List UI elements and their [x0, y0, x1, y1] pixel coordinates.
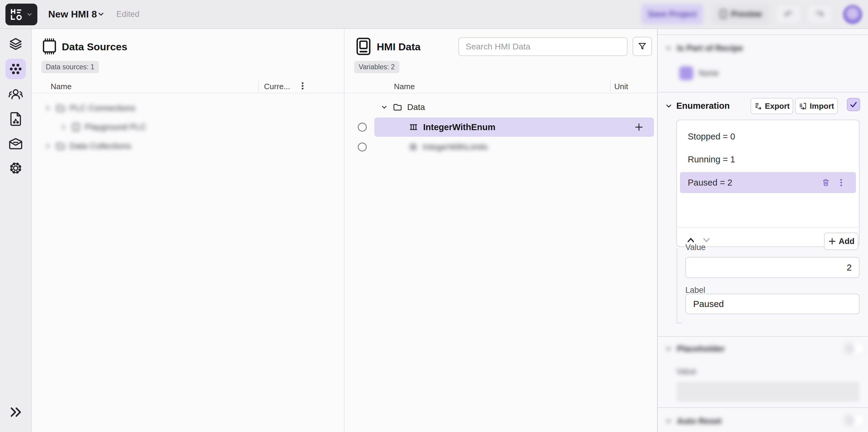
enum-item-label: Paused = 2: [688, 178, 733, 188]
sidebar-item-components[interactable]: [5, 59, 26, 79]
save-project-button[interactable]: Save Project: [641, 4, 703, 24]
sidebar-item-assets[interactable]: [5, 109, 26, 129]
enum-item-menu-icon[interactable]: [837, 178, 845, 187]
enum-item-stopped[interactable]: Stopped = 0: [680, 127, 856, 146]
plc-module-icon: [71, 122, 81, 132]
preview-button[interactable]: Preview: [712, 4, 770, 24]
sidebar-item-users[interactable]: [5, 84, 26, 104]
project-title[interactable]: New HMI 8: [48, 0, 97, 28]
chevron-down-icon: [665, 345, 672, 353]
hmi-row-label: IntegerWithLimits: [423, 142, 488, 152]
ds-row-label: Data Collections: [70, 141, 131, 151]
file-image-icon: [9, 112, 22, 126]
recipe-value: None: [699, 68, 719, 78]
auto-reset-section-header[interactable]: Auto Reset: [665, 416, 721, 426]
filter-funnel-icon: [638, 42, 647, 51]
section-divider: [658, 407, 868, 408]
toggle-knob: [844, 415, 855, 425]
ds-row-playground-plc[interactable]: Playground PLC: [60, 118, 146, 136]
ds-column-divider: [258, 81, 259, 92]
recipe-value-row[interactable]: None: [679, 66, 719, 80]
chevron-down-icon: [665, 44, 672, 52]
plus-icon: [828, 237, 836, 245]
import-button[interactable]: Import: [795, 98, 838, 114]
folder-icon: [393, 102, 402, 112]
export-button-label: Export: [765, 102, 789, 111]
ds-column-name: Name: [51, 82, 71, 91]
check-icon: [849, 100, 858, 109]
placeholder-section-header[interactable]: Placeholder: [665, 344, 725, 354]
undo-button[interactable]: ↶: [775, 4, 801, 24]
redo-icon: ↷: [815, 8, 824, 21]
section-divider: [658, 34, 868, 35]
double-chevron-right-icon: [10, 407, 22, 417]
recipe-badge-icon: [679, 66, 693, 80]
export-icon: [754, 102, 762, 110]
placeholder-value-label: Value: [676, 367, 696, 376]
hmi-row-integerwithlimits[interactable]: IntegerWithLimits: [409, 138, 488, 156]
edited-status: Edited: [116, 0, 140, 28]
preview-button-label: Preview: [731, 10, 762, 19]
hmi-column-divider: [610, 81, 611, 92]
enum-item-label: Stopped = 0: [688, 132, 735, 142]
hmi-row-radio[interactable]: [358, 123, 367, 132]
user-avatar[interactable]: [843, 5, 862, 24]
hmi-column-unit: Unit: [614, 82, 628, 91]
placeholder-value-input: [676, 382, 860, 402]
sidebar-item-layers[interactable]: [5, 34, 26, 54]
hmi-data-panel: HMI Data Variables: 2 Name Unit Data: [344, 29, 657, 432]
chevron-down-icon[interactable]: [381, 104, 388, 111]
app-logo-menu[interactable]: [5, 4, 37, 25]
export-button[interactable]: Export: [750, 98, 793, 114]
mail-icon: [8, 138, 23, 150]
sidebar-item-settings[interactable]: [5, 158, 26, 178]
variables-count-badge: Variables: 2: [354, 61, 399, 73]
search-input[interactable]: [458, 37, 627, 56]
placeholder-toggle[interactable]: [843, 342, 866, 356]
data-sources-count-badge: Data sources: 1: [41, 61, 99, 73]
ds-row-plc-connections[interactable]: PLC Connections: [44, 99, 135, 118]
auto-reset-toggle[interactable]: [843, 413, 866, 427]
add-binding-icon[interactable]: [634, 122, 644, 132]
filter-button[interactable]: [632, 37, 652, 56]
hmi-folder-label: Data: [407, 102, 425, 112]
redo-button[interactable]: ↷: [807, 4, 833, 24]
ds-columns-menu-button[interactable]: [298, 81, 307, 92]
chevron-right-icon: [44, 142, 52, 150]
nav-rail: [0, 29, 32, 432]
hmi-column-name: Name: [394, 82, 415, 91]
value-input[interactable]: [685, 257, 860, 278]
enum-item-paused[interactable]: Paused = 2: [680, 172, 856, 193]
hmi-row-integerwithenum[interactable]: IntegerWithEnum: [374, 118, 654, 137]
ds-column-current: Curre...: [264, 82, 290, 91]
hmi-row-label: IntegerWithEnum: [423, 122, 495, 132]
enumeration-enabled-checkbox[interactable]: [847, 98, 860, 111]
hmi-folder-row-data[interactable]: Data: [381, 98, 425, 116]
device-icon: [719, 10, 727, 19]
placeholder-section-title: Placeholder: [677, 344, 725, 354]
delete-enum-item-icon[interactable]: [822, 178, 830, 187]
folder-icon: [56, 141, 65, 151]
inspector-panel: Is Part of Recipe None Enumeration Expor…: [657, 29, 868, 432]
expand-rail-button[interactable]: [7, 404, 24, 421]
data-sources-title: Data Sources: [62, 41, 127, 53]
project-title-chevron-icon[interactable]: [97, 10, 105, 18]
hmi-row-radio[interactable]: [358, 142, 367, 152]
label-input[interactable]: [685, 294, 860, 314]
data-sources-panel: Data Sources Data sources: 1 Name Curre.…: [32, 29, 344, 432]
ds-row-data-collections[interactable]: Data Collections: [44, 137, 131, 156]
recipe-section-header[interactable]: Is Part of Recipe: [665, 43, 743, 53]
enumeration-list: Stopped = 0 Running = 1 Paused = 2: [676, 120, 860, 247]
add-button-label: Add: [839, 237, 855, 246]
hmi-screen-icon: [355, 37, 371, 56]
add-enum-item-button[interactable]: Add: [824, 233, 858, 250]
chevron-down-icon[interactable]: [665, 102, 673, 110]
helio-logo-icon: [10, 8, 24, 21]
enum-item-label: Running = 1: [688, 155, 735, 165]
sidebar-item-feedback[interactable]: [5, 133, 26, 154]
chevron-down-icon: [665, 418, 672, 425]
app-root: New HMI 8 Edited Save Project Preview ↶ …: [0, 0, 868, 432]
ds-header-divider: [32, 93, 344, 93]
enum-item-running[interactable]: Running = 1: [680, 150, 856, 169]
dots-grid-icon: [9, 62, 23, 76]
